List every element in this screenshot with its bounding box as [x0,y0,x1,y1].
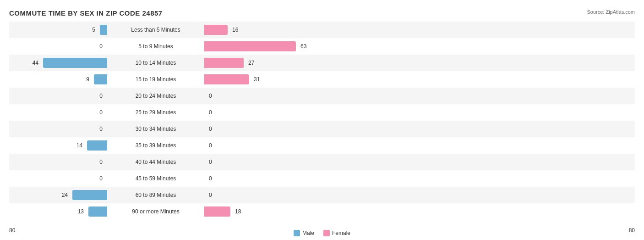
row-label: 40 to 44 Minutes [110,159,202,165]
female-value: 0 [205,109,212,116]
row-label: 30 to 34 Minutes [110,126,202,132]
female-bar [204,58,244,68]
male-value: 14 [76,142,86,149]
male-bar [94,74,107,84]
legend-male: Male [294,230,314,236]
axis-labels: 80 Male Female 80 [9,227,635,236]
female-value: 0 [205,142,212,149]
row-label: 25 to 29 Minutes [110,109,202,116]
table-row: 0 25 to 29 Minutes 0 [9,104,635,121]
male-value: 0 [99,175,106,182]
female-bar [204,25,228,35]
male-value: 0 [99,159,106,165]
table-row: 13 90 or more Minutes 18 [9,203,635,220]
male-bar [100,25,107,35]
male-color-box [294,230,300,236]
male-value: 0 [99,126,106,132]
legend-female: Female [323,230,350,236]
female-value: 18 [231,208,241,215]
male-value: 0 [99,43,106,50]
male-value: 24 [62,192,71,198]
table-row: 0 5 to 9 Minutes 63 [9,38,635,55]
male-bar [43,58,107,68]
table-row: 0 20 to 24 Minutes 0 [9,88,635,104]
female-value: 0 [205,175,212,182]
row-label: 15 to 19 Minutes [110,76,202,83]
male-value: 44 [33,60,42,66]
table-row: 0 40 to 44 Minutes 0 [9,154,635,170]
female-bar [204,207,230,217]
source-label: Source: ZipAtlas.com [587,9,635,15]
table-row: 0 30 to 34 Minutes 0 [9,121,635,137]
male-value: 9 [86,76,93,83]
female-value: 0 [205,192,212,198]
axis-left: 80 [9,227,15,236]
female-value: 27 [245,60,254,66]
row-label: 60 to 89 Minutes [110,192,202,198]
female-label: Female [332,230,350,236]
male-value: 0 [99,109,106,116]
row-label: Less than 5 Minutes [110,27,202,33]
male-label: Male [302,230,314,236]
table-row: 5 Less than 5 Minutes 16 [9,22,635,38]
female-value: 16 [229,27,238,33]
male-value: 5 [92,27,99,33]
table-row: 24 60 to 89 Minutes 0 [9,187,635,203]
female-bar [204,74,249,84]
table-row: 14 35 to 39 Minutes 0 [9,137,635,154]
male-value: 0 [99,93,106,99]
female-value: 0 [205,126,212,132]
row-label: 10 to 14 Minutes [110,60,202,66]
row-label: 90 or more Minutes [110,208,202,215]
chart-container: COMMUTE TIME BY SEX IN ZIP CODE 24857 So… [0,0,644,240]
female-value: 63 [297,43,306,50]
legend: Male Female [294,230,350,236]
male-bar [88,207,107,217]
table-row: 0 45 to 59 Minutes 0 [9,170,635,187]
row-label: 35 to 39 Minutes [110,142,202,149]
female-value: 0 [205,159,212,165]
male-bar [87,140,107,151]
row-label: 45 to 59 Minutes [110,175,202,182]
table-row: 9 15 to 19 Minutes 31 [9,71,635,88]
chart-title: COMMUTE TIME BY SEX IN ZIP CODE 24857 [9,9,635,17]
female-color-box [323,230,330,236]
table-row: 44 10 to 14 Minutes 27 [9,55,635,71]
axis-right: 80 [629,227,635,236]
row-label: 5 to 9 Minutes [110,43,202,50]
bottom-area: 80 Male Female 80 [9,225,635,236]
female-value: 31 [250,76,260,83]
row-label: 20 to 24 Minutes [110,93,202,99]
female-bar [204,41,296,51]
male-bar [72,190,107,200]
chart-area: 5 Less than 5 Minutes 16 0 5 to 9 Minute… [9,22,635,220]
male-value: 13 [78,208,87,215]
female-value: 0 [205,93,212,99]
